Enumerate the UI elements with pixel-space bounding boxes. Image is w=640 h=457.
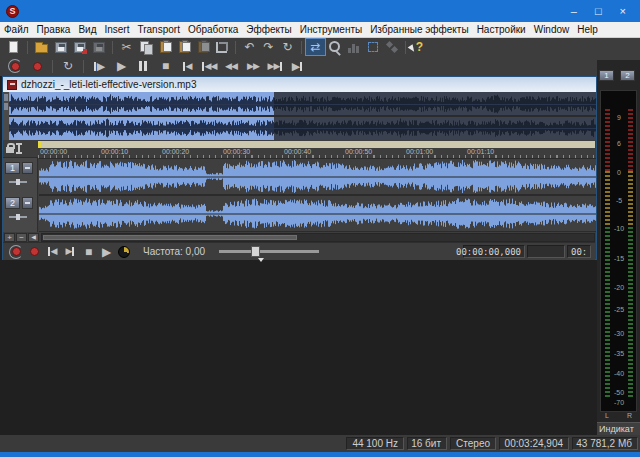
pause-button[interactable] xyxy=(132,58,154,75)
menu-view[interactable]: Вид xyxy=(74,24,100,35)
zoom-out-button[interactable]: − xyxy=(16,233,27,242)
paste-to-new-icon xyxy=(198,41,208,53)
document-window: dzhozzi_-_leti-leti-effective-version.mp… xyxy=(2,76,597,260)
navigator-toggle-button[interactable]: ⇄ xyxy=(306,39,325,55)
redo-button[interactable]: ↷ xyxy=(259,39,278,55)
overview-handle[interactable] xyxy=(4,94,8,101)
doc-record-remote-button[interactable] xyxy=(7,244,25,259)
lock-icon[interactable] xyxy=(6,147,14,153)
status-bit-depth: 16 бит xyxy=(407,437,447,450)
maximize-button[interactable]: □ xyxy=(595,5,602,17)
next-marker-button[interactable]: ▶▶ xyxy=(264,58,286,75)
time-ruler[interactable]: 00:00:00 00:00:10 00:00:20 00:00:30 00:0… xyxy=(38,148,595,155)
menu-process[interactable]: Обработка xyxy=(184,24,242,35)
bar-icon xyxy=(202,62,204,71)
doc-record-button[interactable] xyxy=(25,244,43,259)
paste-to-new-button[interactable] xyxy=(193,39,212,55)
bar-icon xyxy=(94,62,96,71)
overview-handle[interactable] xyxy=(4,103,8,110)
menu-help[interactable]: Help xyxy=(573,24,602,35)
save-button[interactable] xyxy=(51,39,70,55)
zoom-in-button[interactable]: + xyxy=(4,233,15,242)
doc-go-start-button[interactable]: ◀ xyxy=(43,244,61,259)
open-button[interactable] xyxy=(32,39,51,55)
app-logo-icon: S xyxy=(6,5,19,18)
go-to-end-button[interactable]: ▶ xyxy=(286,58,308,75)
menu-tools[interactable]: Инструменты xyxy=(296,24,366,35)
menu-file[interactable]: Файл xyxy=(0,24,33,35)
overview-waveform[interactable] xyxy=(9,92,596,140)
loop-region-bar[interactable] xyxy=(38,141,595,148)
record-button[interactable] xyxy=(26,58,48,75)
scroll-left-button[interactable]: ◀ xyxy=(28,233,39,242)
new-button[interactable] xyxy=(4,39,23,55)
menu-window[interactable]: Window xyxy=(530,24,574,35)
bottom-accent-strip xyxy=(0,452,640,457)
doc-stop-button[interactable]: ■ xyxy=(79,244,97,259)
ruler-tick-label: 00:00:40 xyxy=(284,148,311,155)
channel-2-gain-slider[interactable] xyxy=(9,216,27,218)
save-icon xyxy=(55,42,67,53)
play-all-button[interactable]: ▶ xyxy=(88,58,110,75)
trim-button[interactable] xyxy=(212,39,231,55)
horizontal-scrollbar[interactable] xyxy=(41,233,595,242)
meter-tab-1-button[interactable]: 1 xyxy=(599,70,614,81)
menu-insert[interactable]: Insert xyxy=(100,24,133,35)
speed-slider-thumb[interactable] xyxy=(251,246,260,257)
group-select-button[interactable] xyxy=(363,39,382,55)
channel-1-minimize-button[interactable] xyxy=(22,162,33,174)
minimize-button[interactable]: – xyxy=(571,5,577,17)
menu-effects[interactable]: Эффекты xyxy=(242,24,295,35)
edit-tool-icon[interactable] xyxy=(18,143,20,154)
record-remote-button[interactable] xyxy=(4,58,26,75)
menu-favorites[interactable]: Избранные эффекты xyxy=(366,24,472,35)
channel-2-button[interactable]: 2 xyxy=(5,197,20,209)
channel-1-button[interactable]: 1 xyxy=(5,162,20,174)
repeat-button[interactable]: ↻ xyxy=(278,39,297,55)
undo-button[interactable]: ↶ xyxy=(240,39,259,55)
stop-button[interactable]: ■ xyxy=(154,58,176,75)
zoom-edit-button[interactable] xyxy=(325,39,344,55)
save-all-button[interactable] xyxy=(89,39,108,55)
selection-end-display[interactable]: 00: xyxy=(567,245,591,258)
previous-marker-button[interactable]: ◀◀ xyxy=(198,58,220,75)
statistics-button[interactable] xyxy=(344,39,363,55)
multi-tool-button[interactable] xyxy=(382,39,401,55)
paste-icon xyxy=(160,41,170,53)
copy-button[interactable] xyxy=(136,39,155,55)
cursor-marker[interactable] xyxy=(38,141,41,148)
doc-play-button[interactable]: ▶ xyxy=(97,244,115,259)
position-display[interactable]: 00:00:00,000 xyxy=(463,245,525,258)
menu-options[interactable]: Настройки xyxy=(473,24,530,35)
go-end-icon: ▶ xyxy=(66,247,72,256)
meter-panel-title[interactable]: Индикат xyxy=(597,422,640,435)
close-button[interactable]: × xyxy=(620,5,626,17)
context-help-button[interactable]: ? xyxy=(410,39,429,55)
play-button[interactable]: ▶ xyxy=(110,58,132,75)
menu-edit[interactable]: Правка xyxy=(33,24,75,35)
scrollbar-thumb[interactable] xyxy=(43,235,297,240)
paste-button[interactable] xyxy=(155,39,174,55)
level-meter[interactable]: 9 6 0 -5 -10 -15 -20 -25 -30 -35 -40 -50… xyxy=(600,90,637,412)
repeat-icon: ↻ xyxy=(282,41,292,53)
help-cursor-icon: ? xyxy=(416,40,423,54)
scrub-control[interactable] xyxy=(115,244,133,259)
speed-slider[interactable] xyxy=(219,250,319,253)
menu-transport[interactable]: Transport xyxy=(133,24,183,35)
rewind-button[interactable]: ◀◀ xyxy=(220,58,242,75)
previous-icon: ◀◀ xyxy=(205,62,217,71)
save-as-button[interactable] xyxy=(70,39,89,55)
go-to-start-button[interactable]: ◀ xyxy=(176,58,198,75)
document-title-bar[interactable]: dzhozzi_-_leti-leti-effective-version.mp… xyxy=(3,77,596,92)
channel-2-minimize-button[interactable] xyxy=(22,197,33,209)
paste-special-button[interactable] xyxy=(174,39,193,55)
doc-go-end-button[interactable]: ▶ xyxy=(61,244,79,259)
cut-icon: ✂ xyxy=(121,41,131,53)
loop-playback-button[interactable]: ↻ xyxy=(57,58,79,75)
meter-tab-2-button[interactable]: 2 xyxy=(620,70,635,81)
channel-1-gain-slider[interactable] xyxy=(9,181,27,183)
forward-button[interactable]: ▶▶ xyxy=(242,58,264,75)
cut-button[interactable]: ✂ xyxy=(117,39,136,55)
main-waveform[interactable] xyxy=(39,158,596,232)
selection-start-display[interactable] xyxy=(527,245,565,258)
